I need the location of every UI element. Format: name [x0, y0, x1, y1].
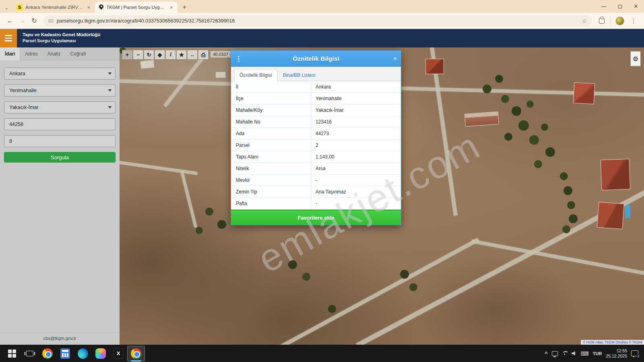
- tab-title: TKGM | Parsel Sorgu Uygulama: [106, 5, 166, 10]
- modal-close-icon[interactable]: ×: [389, 55, 397, 62]
- row-label: İl: [231, 81, 312, 93]
- table-row: Mahalle/KöyYakacık-İmar: [231, 105, 401, 116]
- refresh-button[interactable]: ↻: [144, 50, 154, 60]
- start-button[interactable]: [3, 345, 21, 362]
- browser-tab-1[interactable]: S Ankara Yenimahalle ZİRVE GAY ×: [12, 2, 95, 13]
- forward-button[interactable]: →: [16, 17, 28, 25]
- tab-adres[interactable]: Adres: [20, 47, 42, 60]
- content: İdari Adres Analiz Coğrafi Ankara Yenima…: [0, 47, 644, 345]
- address-bar[interactable]: parselsorgu.tkgm.gov.tr/#ara/cografi/40.…: [43, 15, 592, 27]
- extensions-icon[interactable]: [599, 18, 605, 24]
- taskbar-edge[interactable]: [74, 345, 92, 362]
- row-label: Parsel: [231, 140, 312, 151]
- query-button[interactable]: Sorgula: [4, 152, 116, 162]
- window-maximize-button[interactable]: [612, 0, 628, 13]
- add-to-favorites-button[interactable]: Favorilere ekle: [231, 210, 401, 225]
- sidebar-footer-email: cbs@tkgm.gov.tr: [0, 332, 120, 345]
- row-value: 44273: [312, 128, 401, 139]
- touch-keyboard-icon[interactable]: ⌨: [581, 350, 589, 357]
- bookmark-star-icon[interactable]: ☆: [582, 18, 587, 24]
- attribute-table: İlAnkara İlçeYenimahalle Mahalle/KöyYaka…: [231, 81, 401, 210]
- taskbar-chrome[interactable]: [39, 345, 56, 362]
- province-select[interactable]: Ankara: [4, 68, 116, 80]
- map-settings-button[interactable]: ⚙: [630, 51, 641, 66]
- info-button[interactable]: i: [165, 50, 176, 60]
- back-button[interactable]: ←: [4, 17, 16, 25]
- row-value: 2: [312, 140, 401, 151]
- modal-tabs: Öznitelik Bilgisi Bina/BB Listesi: [231, 67, 401, 81]
- taskbar-chrome-active[interactable]: [127, 346, 145, 361]
- url-text[interactable]: parselsorgu.tkgm.gov.tr/#ara/cografi/40.…: [57, 18, 235, 24]
- tab-close-icon[interactable]: ×: [87, 4, 91, 10]
- table-row: Zemin TipAna Taşınmaz: [231, 186, 401, 198]
- excel-icon: X: [114, 349, 123, 358]
- gear-icon: ⚙: [633, 55, 638, 63]
- measure-button[interactable]: ↔: [187, 50, 198, 60]
- table-row: Mevkii-: [231, 175, 401, 186]
- favorites-button[interactable]: ★: [176, 50, 187, 60]
- app-subtitle: Parsel Sorgu Uygulaması: [23, 38, 100, 44]
- clock[interactable]: 12:55 25.12.2025: [606, 348, 627, 359]
- table-row: NitelikArsa: [231, 163, 401, 175]
- row-value: Yenimahalle: [312, 93, 401, 104]
- parcel-no-value: 8: [9, 138, 12, 144]
- block-no-input[interactable]: 44258: [4, 118, 116, 130]
- taskbar-excel[interactable]: X: [109, 345, 127, 362]
- row-value: Ankara: [312, 81, 401, 93]
- new-tab-button[interactable]: +: [178, 3, 191, 13]
- zoom-in-button[interactable]: +: [122, 50, 132, 60]
- map-building: [601, 159, 631, 190]
- modal-tab-oznitelik[interactable]: Öznitelik Bilgisi: [234, 69, 277, 81]
- map-canvas[interactable]: + − ↻ ◈ i ★ ↔ ⎙ 40.0337 : 32 ⚙ © HGM Atl…: [120, 47, 644, 345]
- tab-close-icon[interactable]: ×: [169, 4, 174, 10]
- window-minimize-button[interactable]: —: [596, 0, 612, 13]
- tab-cografi[interactable]: Coğrafi: [65, 47, 91, 60]
- tray-overflow-chevron[interactable]: ^: [545, 350, 548, 356]
- zoom-out-button[interactable]: −: [133, 50, 143, 60]
- reload-button[interactable]: ↻: [28, 17, 40, 25]
- site-settings-icon[interactable]: [48, 19, 54, 23]
- hamburger-menu-button[interactable]: [0, 29, 17, 47]
- tab-analiz[interactable]: Analiz: [43, 47, 66, 60]
- tray-time: 12:55: [606, 348, 627, 354]
- district-select[interactable]: Yenimahalle: [4, 84, 116, 97]
- row-value: -: [312, 198, 401, 209]
- speaker-icon[interactable]: [572, 351, 577, 356]
- window-close-button[interactable]: ✕: [628, 0, 644, 13]
- wifi-icon[interactable]: [562, 351, 568, 356]
- browser-tab-2[interactable]: TKGM | Parsel Sorgu Uygulama ×: [95, 2, 178, 13]
- app-title: Tapu ve Kadastro Genel Müdürlüğü: [23, 31, 100, 38]
- row-value: 123416: [312, 116, 401, 128]
- tab-search-caret-icon[interactable]: ⌄: [0, 5, 12, 13]
- sidebar-form: Ankara Yenimahalle Yakacık-İmar 44258 8: [0, 60, 120, 162]
- pan-button[interactable]: ◈: [155, 50, 165, 60]
- screen: ⌄ S Ankara Yenimahalle ZİRVE GAY × TKGM …: [0, 0, 644, 362]
- toolbar-divider: [610, 17, 611, 25]
- edge-icon: [78, 348, 88, 359]
- profile-avatar[interactable]: [615, 16, 624, 25]
- print-button[interactable]: ⎙: [198, 50, 208, 60]
- modal-tab-bina-bb[interactable]: Bina/BB Listesi: [278, 70, 320, 81]
- language-indicator[interactable]: TUR: [593, 351, 602, 356]
- table-row: Ada44273: [231, 128, 401, 140]
- map-blue-object: [625, 205, 630, 218]
- tab-idari[interactable]: İdari: [0, 47, 20, 60]
- browser-tabstrip: ⌄ S Ankara Yenimahalle ZİRVE GAY × TKGM …: [0, 0, 644, 13]
- chrome-icon: [131, 348, 141, 359]
- browser-menu-icon[interactable]: ⋮: [627, 17, 640, 25]
- taskbar-calculator[interactable]: [56, 345, 74, 362]
- neighborhood-select[interactable]: Yakacık-İmar: [4, 101, 116, 113]
- drag-handle-icon[interactable]: ⋮: [235, 55, 243, 63]
- task-view-button[interactable]: [21, 345, 39, 362]
- chevron-down-icon: [108, 72, 111, 75]
- map-building: [140, 60, 155, 69]
- sidebar: İdari Adres Analiz Coğrafi Ankara Yenima…: [0, 47, 120, 345]
- taskbar-copilot[interactable]: [92, 345, 109, 362]
- notification-center-icon[interactable]: 2: [631, 350, 638, 356]
- row-value: 1.143,00: [312, 151, 401, 162]
- modal-header[interactable]: ⋮ Öznitelik Bilgisi ×: [231, 51, 401, 67]
- parcel-no-input[interactable]: 8: [4, 135, 116, 147]
- display-icon[interactable]: [552, 351, 558, 356]
- app-titles: Tapu ve Kadastro Genel Müdürlüğü Parsel …: [17, 29, 100, 47]
- block-no-value: 44258: [9, 121, 23, 127]
